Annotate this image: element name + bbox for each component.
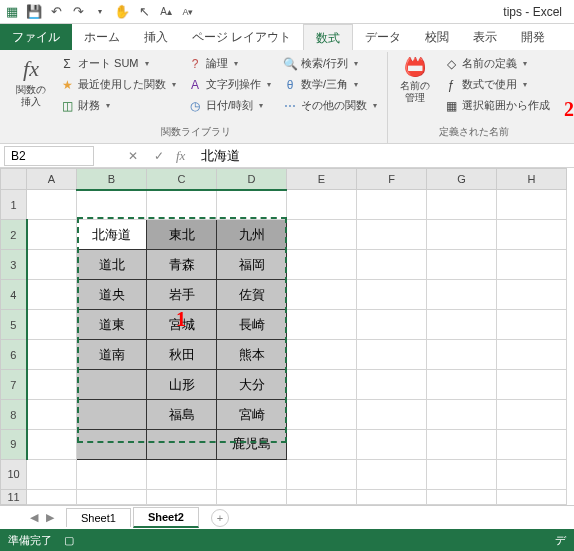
row-header-11[interactable]: 11 bbox=[1, 489, 27, 504]
cell-C8[interactable]: 福島 bbox=[147, 400, 217, 430]
fx-label-icon[interactable]: fx bbox=[176, 148, 185, 164]
tab-home[interactable]: ホーム bbox=[72, 24, 132, 50]
cell-C9[interactable] bbox=[147, 430, 217, 460]
col-header-C[interactable]: C bbox=[147, 169, 217, 190]
cell-B9[interactable] bbox=[77, 430, 147, 460]
lookup-button[interactable]: 🔍検索/行列▾ bbox=[279, 54, 381, 73]
row-header-9[interactable]: 9 bbox=[1, 430, 27, 460]
cell-B8[interactable] bbox=[77, 400, 147, 430]
cell-D9[interactable]: 鹿児島 bbox=[217, 430, 287, 460]
cell-C3[interactable]: 青森 bbox=[147, 250, 217, 280]
cell-C2[interactable]: 東北 bbox=[147, 220, 217, 250]
name-box[interactable] bbox=[4, 146, 94, 166]
cell-C6[interactable]: 秋田 bbox=[147, 340, 217, 370]
cancel-formula-icon[interactable]: ✕ bbox=[124, 149, 142, 163]
row-header-7[interactable]: 7 bbox=[1, 370, 27, 400]
cell-B3[interactable]: 道北 bbox=[77, 250, 147, 280]
cell-B5[interactable]: 道東 bbox=[77, 310, 147, 340]
cell-B6[interactable]: 道南 bbox=[77, 340, 147, 370]
financial-button[interactable]: ◫財務▾ bbox=[56, 96, 180, 115]
undo-icon[interactable]: ↶ bbox=[48, 4, 64, 20]
group-label-names: 定義された名前 bbox=[394, 123, 554, 143]
other-functions-button[interactable]: ⋯その他の関数▾ bbox=[279, 96, 381, 115]
ribbon-tabs: ファイル ホーム 挿入 ページ レイアウト 数式 データ 校閲 表示 開発 bbox=[0, 24, 574, 50]
cell-B2[interactable]: 北海道 bbox=[77, 220, 147, 250]
datetime-button[interactable]: ◷日付/時刻▾ bbox=[184, 96, 275, 115]
tab-data[interactable]: データ bbox=[353, 24, 413, 50]
tab-view[interactable]: 表示 bbox=[461, 24, 509, 50]
cell-D3[interactable]: 福岡 bbox=[217, 250, 287, 280]
sheet-nav-arrows[interactable]: ◀▶ bbox=[20, 511, 64, 524]
tab-review[interactable]: 校閲 bbox=[413, 24, 461, 50]
use-in-formula-button[interactable]: ƒ数式で使用▾ bbox=[440, 75, 554, 94]
qat-dropdown-icon[interactable]: ▾ bbox=[92, 4, 108, 20]
spreadsheet-grid[interactable]: A B C D E F G H 1 2 北海道 東北 九州 3 道北 青森 福岡… bbox=[0, 168, 574, 505]
col-header-H[interactable]: H bbox=[497, 169, 567, 190]
macro-record-icon[interactable]: ▢ bbox=[64, 534, 74, 547]
formula-input[interactable] bbox=[193, 146, 313, 165]
lookup-icon: 🔍 bbox=[283, 57, 297, 71]
window-title: tips - Excel bbox=[196, 5, 570, 19]
money-icon: ◫ bbox=[60, 99, 74, 113]
cell-D2[interactable]: 九州 bbox=[217, 220, 287, 250]
cell-D5[interactable]: 長崎 bbox=[217, 310, 287, 340]
status-text: 準備完了 bbox=[8, 533, 52, 548]
cell-D4[interactable]: 佐賀 bbox=[217, 280, 287, 310]
group-function-library: fx 関数の 挿入 Σオート SUM▾ ★最近使用した関数▾ ◫財務▾ ?論理▾… bbox=[4, 52, 388, 143]
add-sheet-button[interactable]: + bbox=[211, 509, 229, 527]
more-icon: ⋯ bbox=[283, 99, 297, 113]
tab-insert[interactable]: 挿入 bbox=[132, 24, 180, 50]
cell-D8[interactable]: 宮崎 bbox=[217, 400, 287, 430]
enter-formula-icon[interactable]: ✓ bbox=[150, 149, 168, 163]
row-header-4[interactable]: 4 bbox=[1, 280, 27, 310]
selection-icon: ▦ bbox=[444, 99, 458, 113]
row-header-1[interactable]: 1 bbox=[1, 190, 27, 220]
save-icon[interactable]: 💾 bbox=[26, 4, 42, 20]
row-header-3[interactable]: 3 bbox=[1, 250, 27, 280]
sheet-tab-1[interactable]: Sheet1 bbox=[66, 508, 131, 527]
select-all-corner[interactable] bbox=[1, 169, 27, 190]
create-from-selection-button[interactable]: ▦選択範囲から作成 bbox=[440, 96, 554, 115]
tab-formulas[interactable]: 数式 bbox=[303, 24, 353, 50]
autosum-button[interactable]: Σオート SUM▾ bbox=[56, 54, 180, 73]
col-header-F[interactable]: F bbox=[357, 169, 427, 190]
cell-C7[interactable]: 山形 bbox=[147, 370, 217, 400]
next-sheet-icon[interactable]: ▶ bbox=[46, 511, 54, 524]
cell-B7[interactable] bbox=[77, 370, 147, 400]
col-header-B[interactable]: B bbox=[77, 169, 147, 190]
insert-function-button[interactable]: fx 関数の 挿入 bbox=[10, 54, 52, 110]
col-header-E[interactable]: E bbox=[287, 169, 357, 190]
row-header-2[interactable]: 2 bbox=[1, 220, 27, 250]
col-header-D[interactable]: D bbox=[217, 169, 287, 190]
row-header-10[interactable]: 10 bbox=[1, 459, 27, 489]
tab-file[interactable]: ファイル bbox=[0, 24, 72, 50]
cell-B4[interactable]: 道央 bbox=[77, 280, 147, 310]
cell-C5[interactable]: 宮城 bbox=[147, 310, 217, 340]
fx-icon: fx bbox=[23, 56, 39, 82]
prev-sheet-icon[interactable]: ◀ bbox=[30, 511, 38, 524]
row-header-8[interactable]: 8 bbox=[1, 400, 27, 430]
cell-D6[interactable]: 熊本 bbox=[217, 340, 287, 370]
cursor-icon[interactable]: ↖ bbox=[136, 4, 152, 20]
touch-mode-icon[interactable]: ✋ bbox=[114, 4, 130, 20]
font-smaller-icon[interactable]: A▾ bbox=[180, 4, 196, 20]
font-bigger-icon[interactable]: A▴ bbox=[158, 4, 174, 20]
col-header-A[interactable]: A bbox=[27, 169, 77, 190]
cell-D7[interactable]: 大分 bbox=[217, 370, 287, 400]
col-header-G[interactable]: G bbox=[427, 169, 497, 190]
sheet-tab-2[interactable]: Sheet2 bbox=[133, 507, 199, 528]
tab-pagelayout[interactable]: ページ レイアウト bbox=[180, 24, 303, 50]
logical-button[interactable]: ?論理▾ bbox=[184, 54, 275, 73]
status-right: デ bbox=[555, 533, 566, 548]
row-header-6[interactable]: 6 bbox=[1, 340, 27, 370]
name-manager-button[interactable]: 📛 名前の 管理 bbox=[394, 54, 436, 106]
row-header-5[interactable]: 5 bbox=[1, 310, 27, 340]
text-button[interactable]: A文字列操作▾ bbox=[184, 75, 275, 94]
recent-functions-button[interactable]: ★最近使用した関数▾ bbox=[56, 75, 180, 94]
text-icon: A bbox=[188, 78, 202, 92]
tab-dev[interactable]: 開発 bbox=[509, 24, 557, 50]
define-name-button[interactable]: ◇名前の定義▾ bbox=[440, 54, 554, 73]
cell-C4[interactable]: 岩手 bbox=[147, 280, 217, 310]
math-button[interactable]: θ数学/三角▾ bbox=[279, 75, 381, 94]
redo-icon[interactable]: ↷ bbox=[70, 4, 86, 20]
